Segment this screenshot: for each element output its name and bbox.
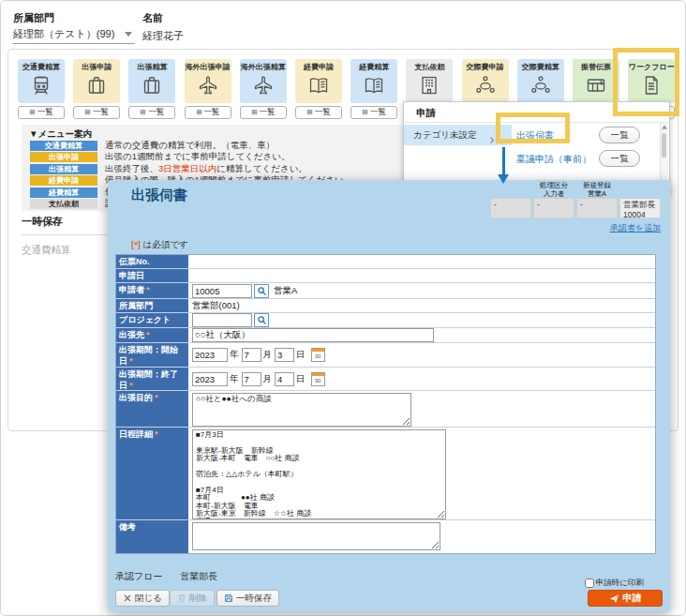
list-icon xyxy=(140,108,146,117)
date-month-input[interactable] xyxy=(242,372,261,386)
list-button[interactable]: 一覧 xyxy=(185,106,231,119)
close-icon xyxy=(123,593,132,603)
tile-train[interactable]: 交通費精算 xyxy=(18,59,65,103)
date-unit-label: 月 xyxy=(263,373,273,385)
list-button[interactable]: 一覧 xyxy=(128,106,175,119)
print-checkbox-input[interactable] xyxy=(585,578,594,588)
field-label: 申請日 xyxy=(116,269,188,282)
field-textarea[interactable] xyxy=(192,522,440,550)
tile-workflow[interactable]: ワークフロー xyxy=(628,59,675,103)
tile-book[interactable]: 経費申請 xyxy=(295,59,342,103)
search-button[interactable] xyxy=(254,284,269,298)
tile-label: 振替伝票 xyxy=(573,59,619,72)
print-on-submit-checkbox[interactable]: 申請時に印刷 xyxy=(585,578,644,589)
required-asterisk: * xyxy=(129,381,133,390)
form-row: 出張先* xyxy=(116,328,655,343)
tile-book[interactable]: 経費精算 xyxy=(350,59,397,103)
date-year-input[interactable] xyxy=(192,372,228,386)
date-year-input[interactable] xyxy=(192,348,228,362)
temp-save-button[interactable]: 一時保存 xyxy=(216,590,279,607)
tile-label: ワークフロー xyxy=(628,59,675,72)
tile-ledger[interactable]: 振替伝票 xyxy=(573,59,619,103)
menu-badge: 出張申請 xyxy=(30,152,97,162)
tile-label: 経費申請 xyxy=(295,59,342,72)
date-month-input[interactable] xyxy=(242,348,261,362)
list-button-label: 一覧 xyxy=(260,107,276,118)
date-day-input[interactable] xyxy=(275,348,294,362)
add-approver-link[interactable]: 承認者を追加 xyxy=(567,222,661,234)
field-textarea[interactable] xyxy=(192,393,411,427)
tile-suitcase[interactable]: 出張精算 xyxy=(128,59,175,103)
field-label: 出張期間：開始日* xyxy=(116,343,188,367)
train-icon xyxy=(30,74,52,97)
approval-header-2: 新規登録営業A xyxy=(576,181,618,198)
field-text: 営業部(001) xyxy=(192,300,240,312)
field-value xyxy=(188,255,655,268)
temp-save-title: 一時保存 xyxy=(22,215,63,229)
caret-down-icon xyxy=(125,32,132,37)
list-button[interactable]: 一覧 xyxy=(240,106,287,119)
calendar-icon[interactable]: 30 xyxy=(311,372,325,386)
date-day-input[interactable] xyxy=(275,372,294,386)
trash-icon xyxy=(177,593,186,603)
tile-label: 支払依頼 xyxy=(406,59,453,72)
form-row: 伝票No. xyxy=(116,255,655,269)
category-chip[interactable]: カテゴリ未設定 xyxy=(404,125,512,145)
chevron-right-icon xyxy=(498,130,503,139)
meeting-icon xyxy=(474,74,497,97)
temp-save-item[interactable]: 交通費精算 xyxy=(22,244,71,257)
menu-badge: 経費精算 xyxy=(30,188,97,198)
submit-button[interactable]: 申請 xyxy=(588,590,663,607)
list-button[interactable]: 一覧 xyxy=(599,150,640,167)
chevron-up-icon[interactable] xyxy=(645,110,654,116)
list-button[interactable]: 一覧 xyxy=(295,106,342,119)
airplane-icon xyxy=(197,74,219,97)
field-textarea[interactable] xyxy=(192,429,446,519)
calendar-icon-top xyxy=(312,373,324,376)
scroll-up-icon[interactable] xyxy=(662,125,667,129)
list-button[interactable]: 一覧 xyxy=(73,106,120,119)
lookup-result-text: 営業A xyxy=(274,285,297,297)
text-input[interactable] xyxy=(192,328,434,342)
approver-name: 営業部長 xyxy=(623,200,657,210)
calendar-icon[interactable]: 30 xyxy=(311,348,325,362)
list-icon xyxy=(29,108,36,117)
menu-badge: 交通費精算 xyxy=(30,141,97,151)
field-value xyxy=(188,313,655,327)
field-label-text: 伝票No. xyxy=(119,257,150,266)
tile-airplane[interactable]: 海外出張申請 xyxy=(185,59,231,103)
required-asterisk: * xyxy=(129,356,133,366)
field-value xyxy=(188,520,655,553)
tile-airplane[interactable]: 海外出張精算 xyxy=(240,59,287,103)
list-button[interactable]: 一覧 xyxy=(350,106,397,119)
search-button[interactable] xyxy=(254,313,269,327)
delete-button[interactable]: 削除 xyxy=(170,590,215,607)
list-icon xyxy=(84,108,91,117)
annotation-arrow-head xyxy=(498,174,509,184)
lookup-input[interactable] xyxy=(192,313,252,327)
list-button[interactable]: 一覧 xyxy=(18,106,65,119)
field-label: 所属部門 xyxy=(116,299,188,312)
list-button-label: 一覧 xyxy=(611,129,629,142)
book-icon xyxy=(307,74,330,97)
tile-building[interactable]: 支払依頼 xyxy=(406,59,453,103)
tile-suitcase[interactable]: 出張申請 xyxy=(73,59,120,103)
required-note: [*] は必須です xyxy=(131,239,188,251)
department-select[interactable]: 経理部（テスト）(99) xyxy=(13,25,135,44)
tile-meeting[interactable]: 交際費申請 xyxy=(462,59,509,103)
apply-link-2[interactable]: 稟議申請（事前） xyxy=(516,153,591,166)
approval-cell: - xyxy=(533,198,574,218)
calendar-icon-day: 30 xyxy=(312,377,324,385)
list-button-label: 一覧 xyxy=(611,153,629,165)
apply-link-1[interactable]: 出張伺書 xyxy=(516,129,554,143)
list-button[interactable]: 一覧 xyxy=(599,127,640,143)
field-value xyxy=(188,391,655,427)
date-unit-label: 月 xyxy=(263,349,273,361)
paper-plane-icon xyxy=(609,593,619,604)
scrollbar-thumb[interactable] xyxy=(662,133,666,158)
field-value: 営業A xyxy=(188,283,655,298)
tile-meeting[interactable]: 交際費精算 xyxy=(517,59,564,103)
close-button[interactable]: 閉じる xyxy=(115,590,170,607)
lookup-input[interactable] xyxy=(192,284,252,298)
approval-cell-approver: 営業部長 10004 xyxy=(619,198,661,218)
